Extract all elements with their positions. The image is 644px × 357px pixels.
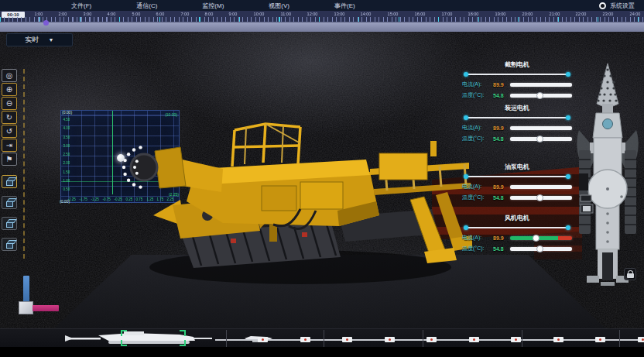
view-side-button[interactable] — [2, 217, 17, 230]
view-front-button[interactable] — [2, 196, 17, 209]
current-label: 电流(A): — [462, 81, 493, 88]
range-track — [467, 227, 567, 228]
hour-label: 21:00 — [549, 11, 560, 16]
hour-label: 14:00 — [361, 11, 372, 16]
timeline-ruler[interactable]: 00:10 1:002:003:004:005:006:007:008:009:… — [0, 11, 644, 22]
strip-divider — [423, 330, 423, 347]
chevron-down-icon: ▼ — [49, 37, 54, 43]
zoom-out-button[interactable]: ⊖ — [2, 97, 17, 110]
view-iso-button[interactable] — [2, 175, 17, 188]
hour-label: 6:00 — [156, 11, 165, 16]
range-handle-right[interactable] — [566, 72, 570, 77]
menu-item-view[interactable]: 视图(V) — [269, 2, 289, 10]
current-value: 89.9 — [493, 82, 510, 88]
hour-label: 15:00 — [388, 11, 399, 16]
grid-x-label: 1.25 — [146, 197, 153, 201]
temp-bar[interactable] — [510, 94, 572, 98]
range-handle-left[interactable] — [464, 72, 468, 77]
temp-label: 温度(°C): — [462, 135, 493, 142]
grid-x-labels: -2.25-1.75-1.25-0.75-0.250.250.751.251.7… — [67, 197, 174, 201]
cube-icon — [6, 243, 13, 249]
nav-tool-group: ◎⊕⊖↻↺⇥⚑ — [2, 69, 20, 166]
current-bar[interactable] — [510, 126, 572, 130]
current-row: 电流(A):89.9 — [462, 124, 572, 132]
current-value: 89.9 — [493, 125, 510, 131]
view-top-button[interactable] — [2, 238, 17, 251]
hour-label: 5:00 — [132, 11, 140, 16]
motor-range-slider[interactable] — [464, 173, 570, 180]
temp-value: 54.8 — [493, 195, 510, 201]
motor-status-stack: 截割电机电流(A):89.9温度(°C):54.8装运电机电流(A):89.9温… — [462, 60, 572, 256]
current-label: 电流(A): — [462, 124, 493, 132]
temp-bar[interactable] — [510, 196, 572, 200]
menu-item-monitor[interactable]: 监控(M) — [202, 2, 224, 10]
pan-right-button[interactable]: ⇥ — [2, 139, 17, 152]
rotate-ccw-button[interactable]: ↺ — [2, 125, 17, 138]
grid-y-labels: 4.504.003.503.002.502.001.501.000.50 — [63, 117, 70, 191]
menu-item-event[interactable]: 事件(E) — [334, 2, 355, 10]
axis-origin-cube — [19, 301, 33, 314]
grid-y-label: 3.00 — [63, 143, 70, 147]
rotate-cw-button[interactable]: ↻ — [2, 111, 17, 124]
grid-x-label: -2.25 — [68, 197, 76, 201]
hour-label: 7:00 — [180, 11, 189, 16]
motor-title: 装运电机 — [462, 104, 572, 112]
motor-panel-cutting: 截割电机电流(A):89.9温度(°C):54.8 — [462, 60, 572, 99]
hour-label: 1:00 — [34, 11, 43, 16]
current-bar[interactable] — [510, 236, 572, 240]
hour-label: 23:00 — [603, 11, 614, 16]
grid-y-label: 4.50 — [63, 117, 70, 121]
range-track — [467, 74, 567, 75]
hour-label: 17:00 — [441, 11, 452, 16]
motor-range-slider[interactable] — [464, 71, 570, 77]
range-handle-right[interactable] — [566, 115, 570, 120]
range-handle-right[interactable] — [566, 225, 570, 230]
hour-label: 20:00 — [522, 11, 533, 16]
scrollbar-marker[interactable] — [43, 20, 49, 26]
mode-label: 实时 — [26, 35, 39, 45]
temp-bar[interactable] — [510, 137, 572, 141]
current-bar[interactable] — [510, 83, 572, 87]
grid-y-label: 3.50 — [63, 135, 70, 139]
range-handle-left[interactable] — [464, 174, 468, 179]
view-lock-button[interactable] — [624, 268, 636, 280]
zoom-out-icon: ⊖ — [6, 99, 12, 108]
current-value: 89.9 — [493, 184, 510, 190]
conveyor-segment — [385, 337, 395, 342]
motor-panel-loading: 装运电机电流(A):89.9温度(°C):54.8 — [462, 104, 572, 142]
system-settings-button[interactable]: 系统设置 — [599, 2, 635, 10]
timeline-scrollbar[interactable] — [0, 22, 644, 32]
conveyor-segment — [595, 337, 605, 342]
hour-label: 16:00 — [414, 11, 425, 16]
strip-divider — [619, 330, 620, 347]
hour-label: 22:00 — [576, 11, 587, 16]
flag-button[interactable]: ⚑ — [2, 153, 17, 166]
current-value: 89.9 — [493, 235, 510, 241]
gear-icon — [599, 2, 606, 9]
temp-bar[interactable] — [510, 247, 572, 251]
current-label: 电流(A): — [462, 234, 493, 242]
equipment-strip — [0, 328, 644, 347]
range-handle-left[interactable] — [464, 225, 468, 230]
grid-y-label: 2.50 — [63, 152, 70, 156]
grid-x-label: -0.75 — [103, 197, 111, 201]
hour-label: 3:00 — [83, 11, 91, 16]
mode-dropdown[interactable]: 实时 ▼ — [6, 33, 73, 46]
zoom-in-button[interactable]: ⊕ — [2, 83, 17, 96]
range-handle-right[interactable] — [566, 174, 570, 179]
motor-range-slider[interactable] — [464, 225, 570, 231]
menu-item-file[interactable]: 文件(F) — [71, 2, 91, 10]
temp-row: 温度(°C):54.8 — [462, 245, 572, 252]
view-tool-group — [2, 175, 20, 251]
pan-right-icon: ⇥ — [6, 141, 12, 149]
grid-corner-label: (10.00) — [165, 112, 177, 117]
grid-x-label: 2.25 — [167, 197, 174, 201]
menu-item-comm[interactable]: 通信(C) — [136, 2, 157, 10]
current-bar[interactable] — [510, 185, 572, 189]
motor-range-slider[interactable] — [464, 115, 570, 121]
temp-row: 温度(°C):54.8 — [462, 194, 572, 201]
range-handle-left[interactable] — [464, 115, 468, 120]
orbit-button[interactable]: ◎ — [2, 69, 17, 82]
temp-label: 温度(°C): — [462, 91, 493, 99]
3d-viewport[interactable]: 实时 ▼ ◎⊕⊖↻↺⇥⚑ (0.00) (10.00) (0.00) (2.25… — [0, 32, 644, 328]
